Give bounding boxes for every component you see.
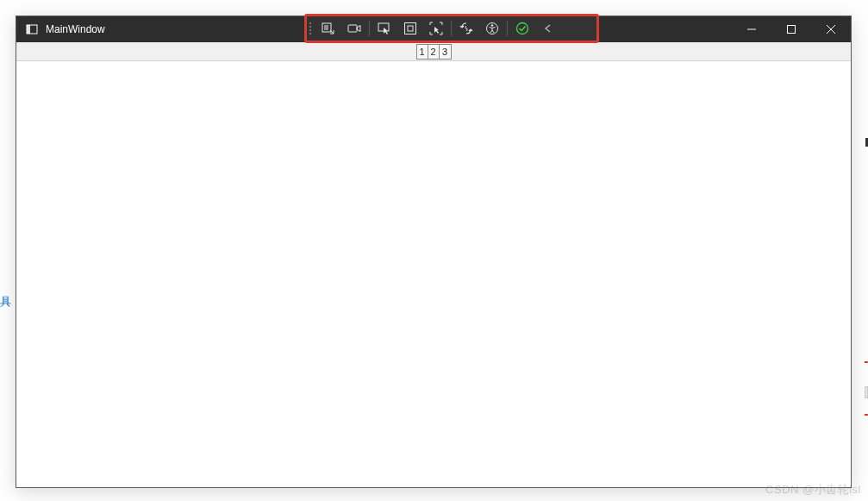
camera-icon xyxy=(347,22,361,35)
maximize-icon xyxy=(787,25,796,34)
minimize-icon xyxy=(747,25,756,34)
header-cell[interactable]: 1 xyxy=(417,45,428,59)
hot-reload-button[interactable] xyxy=(453,17,479,40)
live-visual-tree-icon xyxy=(322,22,335,35)
offscreen-fragment xyxy=(865,414,868,416)
collapse-icon xyxy=(543,23,553,34)
camera-button[interactable] xyxy=(341,17,367,40)
close-icon xyxy=(827,25,835,34)
status-ok-button[interactable] xyxy=(509,17,535,40)
svg-rect-6 xyxy=(348,25,357,32)
truncated-side-text: 具 xyxy=(0,294,11,310)
layout-adorners-button[interactable] xyxy=(397,17,423,40)
track-focus-button[interactable] xyxy=(423,17,449,40)
debug-toolbar-highlight xyxy=(304,14,599,43)
track-focused-element-icon xyxy=(429,22,443,35)
accessibility-icon xyxy=(485,22,499,35)
header-cells: 1 2 3 xyxy=(416,44,452,59)
offscreen-fragment xyxy=(865,361,868,363)
live-visual-tree-button[interactable] xyxy=(315,17,341,40)
svg-rect-8 xyxy=(405,23,416,34)
hot-reload-icon xyxy=(459,22,473,35)
watermark-text: CSDN @小齿轮lsl xyxy=(765,482,861,498)
minimize-button[interactable] xyxy=(732,16,771,42)
toolbar-separator xyxy=(451,21,452,36)
accessibility-button[interactable] xyxy=(479,17,505,40)
title-bar: MainWindow xyxy=(16,16,851,42)
svg-point-11 xyxy=(491,24,493,26)
header-cell[interactable]: 2 xyxy=(428,45,440,59)
header-strip: 1 2 3 xyxy=(16,42,851,61)
svg-rect-9 xyxy=(408,26,413,31)
svg-point-12 xyxy=(517,23,528,34)
maximize-button[interactable] xyxy=(771,16,811,42)
svg-rect-14 xyxy=(788,26,796,34)
drag-grip-icon[interactable] xyxy=(309,19,315,38)
header-cell[interactable]: 3 xyxy=(440,45,451,59)
select-element-button[interactable] xyxy=(372,17,397,40)
main-window: MainWindow xyxy=(16,16,852,488)
window-controls xyxy=(732,16,851,42)
select-element-icon xyxy=(378,22,391,35)
svg-rect-1 xyxy=(27,25,30,34)
offscreen-fragment xyxy=(865,386,868,398)
window-title: MainWindow xyxy=(46,23,105,35)
toolbar-separator xyxy=(507,21,508,36)
debug-toolbar xyxy=(309,17,595,40)
status-ok-icon xyxy=(515,22,529,35)
client-area xyxy=(16,61,851,487)
close-button[interactable] xyxy=(811,16,851,42)
app-icon xyxy=(25,22,39,36)
display-layout-adorners-icon xyxy=(403,22,417,35)
toolbar-separator xyxy=(369,21,370,36)
collapse-button[interactable] xyxy=(535,17,561,40)
